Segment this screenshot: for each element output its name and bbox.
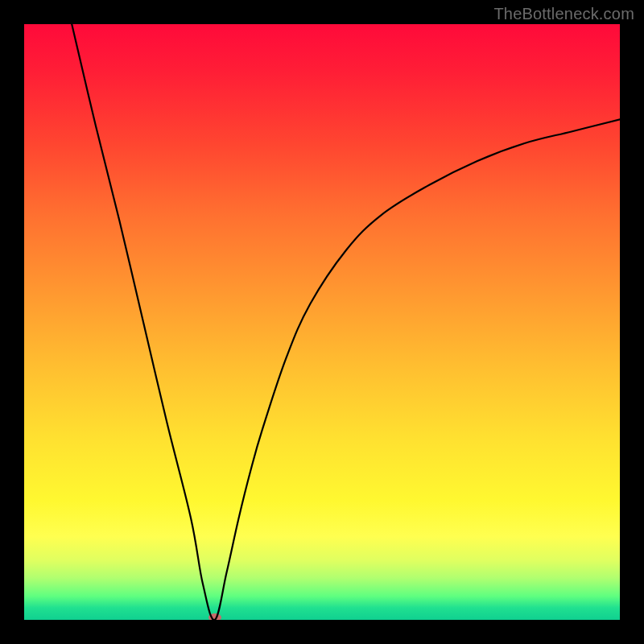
curve-svg: [24, 24, 620, 620]
chart-frame: TheBottleneck.com: [0, 0, 644, 644]
watermark-text: TheBottleneck.com: [493, 5, 634, 23]
plot-area: [24, 24, 620, 620]
bottleneck-curve: [72, 24, 620, 620]
